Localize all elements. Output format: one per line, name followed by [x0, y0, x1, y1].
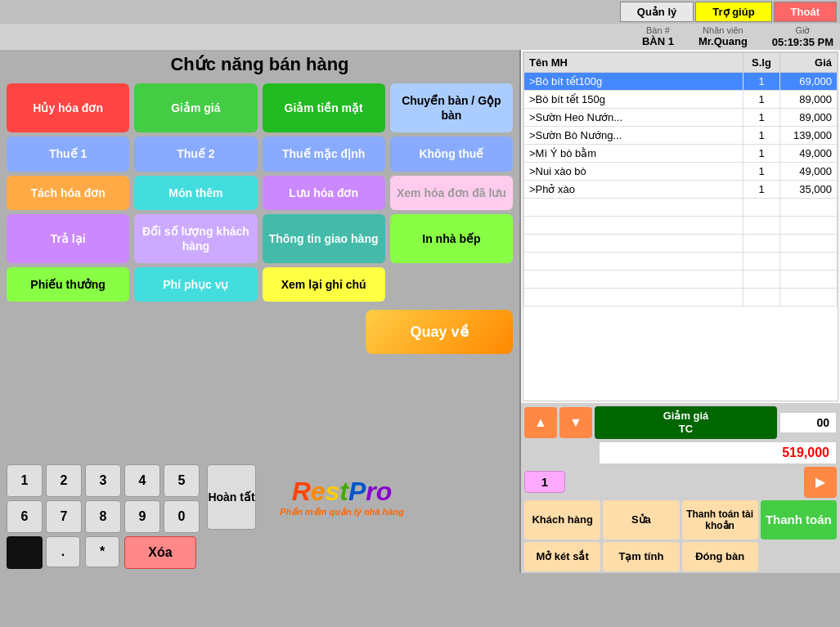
row-gia: 89,000	[780, 91, 838, 109]
row-slg: 1	[743, 91, 780, 109]
trogiup-button[interactable]: Trợ giúp	[695, 2, 771, 22]
thue-mac-dinh-button[interactable]: Thuế mặc định	[263, 137, 385, 171]
empty-row	[524, 289, 838, 307]
empty-row	[524, 253, 838, 271]
num-6-button[interactable]: 6	[7, 500, 43, 533]
nhanvien-info: Nhân viên Mr.Quang	[699, 25, 748, 48]
table-row[interactable]: >Sườn Bò Nướng... 1 139,000	[524, 127, 838, 145]
quanly-button[interactable]: Quản lý	[620, 2, 694, 22]
khach-hang-button[interactable]: Khách hàng	[524, 500, 600, 540]
page-title: Chức năng bán hàng	[7, 54, 513, 75]
row-gia: 69,000	[780, 73, 838, 91]
down-arrow-button[interactable]: ▼	[559, 407, 592, 438]
xem-hoa-don-da-luu-button[interactable]: Xem hóa đơn đã lưu	[390, 176, 513, 210]
empty-row	[524, 235, 838, 253]
row-gia: 139,000	[780, 127, 838, 145]
num-1-button[interactable]: 1	[7, 464, 43, 497]
row-name: >Sườn Bò Nướng...	[524, 127, 743, 145]
row-gia: 49,000	[780, 163, 838, 181]
play-button[interactable]: ▶	[804, 467, 837, 498]
chuyen-ban-button[interactable]: Chuyển bàn / Gộp bàn	[390, 83, 513, 132]
table-row[interactable]: >Phở xào 1 35,000	[524, 181, 838, 199]
thanh-toan-button[interactable]: Thanh toán	[761, 500, 837, 540]
giam-gia-label: Giảm giá TC	[595, 406, 777, 438]
khong-thue-button[interactable]: Không thuế	[390, 137, 513, 171]
phieu-thuong-button[interactable]: Phiếu thưởng	[7, 267, 129, 302]
huy-hoa-don-button[interactable]: Hủy hóa đơn	[7, 83, 129, 132]
gio-info: Giờ 05:19:35 PM	[772, 25, 833, 48]
quay-ve-button[interactable]: Quay về	[366, 310, 513, 354]
table-row[interactable]: >Bò bít tết 150g 1 89,000	[524, 91, 838, 109]
row-slg: 1	[743, 73, 780, 91]
row-name: >Bò bít tết100g	[524, 73, 743, 91]
thue1-button[interactable]: Thuế 1	[7, 137, 129, 171]
row-slg: 1	[743, 109, 780, 127]
xoa-button[interactable]: Xóa	[124, 536, 196, 569]
num-2-button[interactable]: 2	[46, 464, 82, 497]
row-gia: 49,000	[780, 145, 838, 163]
order-table: Tên MH S.lg Giá >Bò bít tết100g 1 69,000…	[523, 52, 838, 307]
mo-ket-sat-button[interactable]: Mở két sắt	[524, 542, 600, 571]
table-row[interactable]: >Mì Ý bò bằm 1 49,000	[524, 145, 838, 163]
num-3-button[interactable]: 3	[85, 464, 121, 497]
row-gia: 89,000	[780, 109, 838, 127]
in-nha-bep-button[interactable]: In nhà bếp	[390, 214, 513, 263]
tra-lai-button[interactable]: Trả lại	[7, 214, 129, 263]
num-display: 1	[524, 471, 565, 493]
doi-so-luong-button[interactable]: Đổi số lượng khách hàng	[134, 214, 257, 263]
empty-row	[524, 271, 838, 289]
ban-info: Bàn # BÀN 1	[642, 25, 674, 48]
row-slg: 1	[743, 163, 780, 181]
display-box	[7, 536, 43, 569]
num-5-button[interactable]: 5	[164, 464, 200, 497]
num-4-button[interactable]: 4	[124, 464, 160, 497]
table-row[interactable]: >Sườn Heo Nướn... 1 89,000	[524, 109, 838, 127]
col-ten-mh: Tên MH	[524, 53, 743, 73]
table-row[interactable]: >Nui xào bò 1 49,000	[524, 163, 838, 181]
xem-lai-ghi-chu-button[interactable]: Xem lại ghi chú	[263, 267, 385, 302]
row-name: >Mì Ý bò bằm	[524, 145, 743, 163]
table-row[interactable]: >Bò bít tết100g 1 69,000	[524, 73, 838, 91]
empty-row	[524, 199, 838, 217]
empty-row	[524, 217, 838, 235]
row-gia: 35,000	[780, 181, 838, 199]
col-slg: S.lg	[743, 53, 780, 73]
luu-hoa-don-button[interactable]: Lưu hóa đơn	[263, 176, 385, 210]
hoan-tat-button[interactable]: Hoàn tất	[207, 464, 256, 530]
num-9-button[interactable]: 9	[124, 500, 160, 533]
tam-tinh-button[interactable]: Tạm tính	[603, 542, 679, 571]
discount-value: 00	[779, 412, 837, 433]
row-slg: 1	[743, 181, 780, 199]
tach-hoa-don-button[interactable]: Tách hóa đơn	[7, 176, 129, 210]
row-name: >Bò bít tết 150g	[524, 91, 743, 109]
total-value: 519,000	[599, 441, 837, 464]
num-0-button[interactable]: 0	[164, 500, 200, 533]
thanh-toan-tai-khoan-button[interactable]: Thanh toán tài khoản	[682, 500, 758, 540]
dong-ban-button[interactable]: Đóng bàn	[682, 542, 758, 571]
num-8-button[interactable]: 8	[85, 500, 121, 533]
col-gia: Giá	[780, 53, 838, 73]
row-name: >Nui xào bò	[524, 163, 743, 181]
giam-gia-button[interactable]: Giảm giá	[134, 83, 257, 132]
row-slg: 1	[743, 145, 780, 163]
row-name: >Sườn Heo Nướn...	[524, 109, 743, 127]
up-arrow-button[interactable]: ▲	[524, 407, 557, 438]
giam-tien-mat-button[interactable]: Giảm tiền mặt	[263, 83, 385, 132]
thue2-button[interactable]: Thuế 2	[134, 137, 257, 171]
row-slg: 1	[743, 127, 780, 145]
dot-button[interactable]: .	[46, 536, 80, 567]
mon-them-button[interactable]: Món thêm	[134, 176, 257, 210]
thong-tin-giao-hang-button[interactable]: Thông tin giao hàng	[263, 214, 385, 263]
num-7-button[interactable]: 7	[46, 500, 82, 533]
logo: RestPro Phần mềm quản lý nhà hàng	[268, 464, 416, 530]
sua-button[interactable]: Sửa	[603, 500, 679, 540]
star-button[interactable]: *	[85, 536, 119, 567]
phi-phuc-vu-button[interactable]: Phí phục vụ	[134, 267, 257, 302]
row-name: >Phở xào	[524, 181, 743, 199]
thoat-button[interactable]: Thoát	[774, 2, 837, 22]
